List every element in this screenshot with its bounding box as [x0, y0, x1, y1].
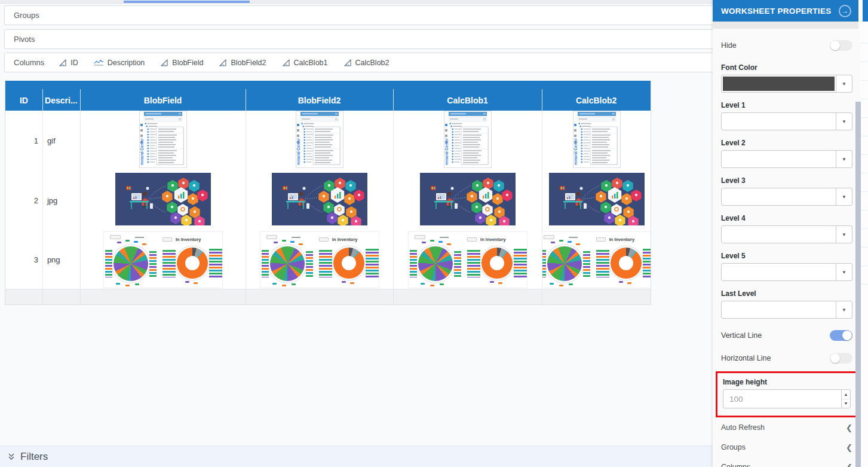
panel-header: WORKSHEET PROPERTIES →	[713, 0, 858, 22]
tree-screenshot-image: mmand Center	[444, 111, 492, 168]
level-5-dropdown[interactable]: ▼	[721, 263, 852, 281]
chevron-down-icon[interactable]: ▼	[836, 301, 852, 318]
section-groups[interactable]: Groups ❮	[721, 438, 852, 457]
header-calcblob1[interactable]: CalcBlob1	[393, 81, 542, 111]
collapse-panel-arrow-icon[interactable]: →	[839, 5, 851, 17]
level-2-label: Level 2	[721, 139, 852, 147]
header-blobfield[interactable]: BlobField	[80, 81, 246, 111]
panel-header-shadow	[713, 22, 858, 29]
cell-blob-image: mmand Center	[246, 111, 393, 170]
chip-label: CalcBlob2	[355, 59, 389, 67]
donut-chart-title: In Inventory	[609, 237, 635, 242]
donut-chart	[611, 248, 642, 279]
section-columns[interactable]: Columns ❮	[721, 457, 852, 467]
pie-donut-charts-image: In Inventory	[103, 231, 223, 288]
chevron-down-icon[interactable]: ▼	[836, 113, 852, 130]
filters-label: Filters	[20, 451, 48, 463]
chart-key-button	[266, 235, 277, 239]
chip-label: Description	[108, 59, 145, 67]
pie-labels-left	[542, 250, 545, 277]
cell-blob-image: In Inventory	[80, 230, 246, 289]
filters-bar[interactable]: Filters	[0, 445, 713, 467]
chevron-down-icon[interactable]: ▼	[836, 188, 852, 205]
chart-caption	[440, 237, 449, 238]
cell-blob-image: In Inventory	[246, 230, 393, 289]
pie-labels-right	[306, 251, 313, 277]
donut-chart	[481, 248, 513, 279]
chevron-down-icon[interactable]: ▼	[836, 264, 852, 280]
donut-chart-title: In Inventory	[332, 237, 358, 242]
cell-description: png	[42, 230, 80, 289]
tree-screenshot-image: mmand Center	[296, 111, 343, 168]
background-strip	[861, 0, 868, 467]
pie-chart	[547, 246, 582, 281]
level-4-dropdown[interactable]: ▼	[721, 225, 852, 243]
level-1-dropdown[interactable]: ▼	[721, 112, 852, 130]
header-description[interactable]: Descri...	[42, 81, 80, 111]
header-id[interactable]: ID	[5, 81, 42, 111]
hide-toggle[interactable]	[830, 40, 852, 51]
level-2-dropdown[interactable]: ▼	[721, 150, 852, 168]
section-auto-refresh[interactable]: Auto Refresh ❮	[721, 418, 852, 437]
level-1-label: Level 1	[721, 101, 852, 109]
pie-chart	[114, 246, 148, 281]
vertical-line-toggle[interactable]	[830, 330, 852, 341]
panel-title: WORKSHEET PROPERTIES	[721, 7, 832, 16]
section-label: Auto Refresh	[721, 423, 765, 432]
column-chip-calcblob1[interactable]: CalcBlob1	[282, 59, 328, 67]
chart-key-button	[544, 235, 554, 239]
font-color-picker[interactable]: ▼	[721, 75, 852, 93]
cell-description: jpg	[42, 170, 80, 230]
header-calcblob2[interactable]: CalcBlob2	[542, 81, 651, 111]
level-3-dropdown[interactable]: ▼	[721, 188, 852, 206]
chart-filter-button	[162, 237, 172, 242]
tree-screenshot-image: mmand Center	[573, 111, 621, 168]
column-chip-blobfield[interactable]: BlobField	[160, 59, 203, 67]
table-row: 3 png In Inventory	[5, 230, 651, 289]
chevron-down-icon[interactable]: ▼	[836, 226, 852, 243]
chart-filter-button	[596, 237, 606, 242]
horizontal-line-label: Horizontal Line	[721, 354, 771, 362]
donut-chart	[177, 248, 208, 279]
pie-chart	[418, 246, 453, 281]
image-height-input[interactable]	[723, 390, 841, 408]
vertical-line-label: Vertical Line	[721, 331, 762, 340]
columns-dropzone-label: Columns	[14, 58, 44, 67]
chip-label: BlobField2	[231, 59, 266, 67]
spin-up-button[interactable]: ▲	[842, 390, 850, 399]
cell-blob-image: In Inventory	[542, 230, 651, 289]
cell-blob-image	[393, 170, 542, 230]
line-chart-icon	[94, 59, 104, 66]
chart-caption	[135, 237, 144, 238]
vertical-line-row: Vertical Line	[721, 329, 852, 341]
pie-donut-charts-image: In Inventory	[542, 231, 651, 288]
column-chip-description[interactable]: Description	[94, 59, 145, 67]
cell-id: 1	[5, 111, 42, 170]
cell-id: 3	[5, 230, 42, 289]
cell-id: 2	[5, 170, 42, 230]
column-chip-calcblob2[interactable]: CalcBlob2	[343, 59, 389, 67]
column-chip-blobfield2[interactable]: BlobField2	[219, 59, 266, 67]
secondary-panel-edge	[863, 0, 868, 22]
cell-description: gif	[42, 111, 80, 170]
vertical-scrollbar[interactable]	[855, 102, 861, 467]
hide-row: Hide	[721, 39, 852, 51]
horizontal-line-toggle[interactable]	[830, 353, 852, 364]
level-3-field: Level 3 ▼	[721, 176, 852, 206]
chevron-down-icon[interactable]: ▼	[836, 75, 852, 92]
svg-text:mmand Center: mmand Center	[444, 138, 449, 165]
spin-down-button[interactable]: ▼	[842, 399, 850, 408]
image-height-label: Image height	[723, 378, 851, 386]
header-blobfield2[interactable]: BlobField2	[246, 81, 393, 111]
chevron-down-icon[interactable]: ▼	[836, 151, 852, 167]
chip-label: ID	[70, 59, 78, 67]
last-level-dropdown[interactable]: ▼	[721, 301, 852, 319]
pie-donut-charts-image: In Inventory	[408, 231, 527, 288]
table-row: 2 jpg	[5, 170, 651, 230]
column-chip-id[interactable]: ID	[59, 59, 78, 67]
spinner: ▲ ▼	[841, 390, 850, 408]
cell-blob-image	[80, 170, 246, 230]
chart-filter-button	[319, 237, 329, 242]
pivots-dropzone-label: Pivots	[14, 35, 35, 44]
last-level-field: Last Level ▼	[721, 289, 852, 319]
